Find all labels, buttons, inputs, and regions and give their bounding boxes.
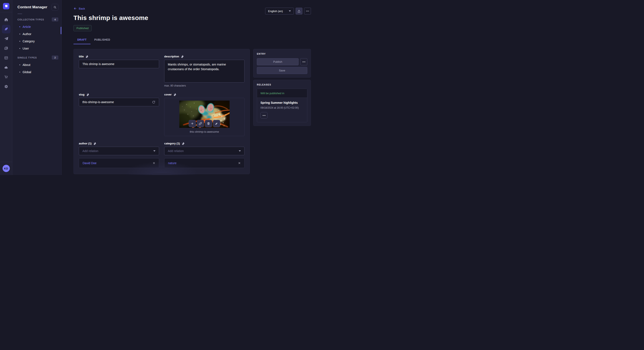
- download-button[interactable]: [296, 8, 302, 14]
- relation-link[interactable]: David Doe: [83, 161, 96, 165]
- more-dots-icon: [302, 61, 306, 62]
- status-badge: Published: [74, 25, 92, 31]
- nav-home-icon[interactable]: [2, 15, 10, 24]
- pencil-icon: [215, 122, 218, 125]
- section-collection-types: COLLECTION TYPES 4 Article Author Catego…: [12, 17, 61, 52]
- user-avatar[interactable]: KD: [2, 165, 10, 172]
- count-badge: 4: [52, 17, 58, 21]
- slug-value: this-shrimp-is-awesome: [82, 100, 114, 104]
- nav-settings-gear-icon[interactable]: [2, 82, 10, 91]
- remove-relation-button[interactable]: [153, 162, 155, 164]
- locale-select[interactable]: English (en): [265, 8, 294, 14]
- main-content: Back This shrimp is awesome Published En…: [62, 0, 322, 175]
- sidebar-item-global[interactable]: Global: [18, 68, 58, 76]
- sidebar-item-article[interactable]: Article: [18, 23, 58, 30]
- sidebar-item-about[interactable]: About: [18, 61, 58, 68]
- sidebar-item-label: Global: [22, 70, 31, 74]
- entry-more-button[interactable]: [300, 58, 307, 65]
- header-more-button[interactable]: [304, 8, 311, 14]
- section-single-types: SINGLE TYPES 2 About Global: [12, 55, 61, 76]
- category-relation-item: nature: [164, 158, 244, 168]
- cover-toolbar: [189, 120, 220, 127]
- save-button[interactable]: Save: [257, 67, 307, 74]
- chevron-down-icon: [153, 150, 156, 152]
- field-author: author (1) Add relation David Doe: [79, 142, 159, 168]
- release-more-button[interactable]: [260, 112, 268, 119]
- description-helper: max. 80 characters: [164, 84, 244, 87]
- bullet-icon: [20, 26, 20, 27]
- nav-media-library-icon[interactable]: [2, 44, 10, 52]
- globe-i18n-icon: [86, 93, 89, 96]
- cover-asset-box: this-shrimp-is-awesome: [164, 98, 244, 136]
- field-title: title This shrimp is awesome: [79, 55, 159, 68]
- header-controls: English (en): [265, 8, 311, 14]
- copy-link-button[interactable]: [197, 120, 204, 127]
- sidebar-item-category[interactable]: Category: [18, 38, 58, 45]
- entry-card: ENTRY Publish Save: [253, 49, 311, 78]
- add-asset-button[interactable]: [189, 120, 196, 127]
- bullet-icon: [20, 48, 20, 49]
- scroll-pill-button[interactable]: [152, 173, 172, 175]
- back-label: Back: [79, 7, 85, 10]
- field-cover: cover: [164, 93, 244, 136]
- nav-send-plane-icon[interactable]: [2, 34, 10, 43]
- field-category: category (1) Add relation nature: [164, 142, 244, 168]
- field-category-label: category (1): [164, 142, 180, 145]
- count-badge: 2: [52, 55, 58, 59]
- version-tabs: DRAFT PUBLISHED: [74, 35, 311, 44]
- strapi-logo-icon: [4, 4, 8, 8]
- rail-icons: [2, 15, 10, 91]
- chevron-down-icon: [289, 10, 291, 12]
- releases-card-title: RELEASES: [257, 83, 307, 86]
- bullet-icon: [20, 64, 20, 65]
- description-textarea[interactable]: Mantis shrimps, or stomatopods, are mari…: [164, 60, 244, 82]
- title-input[interactable]: This shrimp is awesome: [79, 60, 159, 68]
- author-relation-select[interactable]: Add relation: [79, 147, 159, 155]
- sidebar-item-label: User: [22, 47, 29, 50]
- slug-input[interactable]: this-shrimp-is-awesome: [79, 98, 159, 106]
- close-icon: [238, 162, 241, 164]
- tab-published[interactable]: PUBLISHED: [90, 35, 114, 44]
- search-button[interactable]: [52, 4, 58, 11]
- search-icon: [53, 5, 57, 9]
- relation-link[interactable]: nature: [168, 161, 176, 165]
- locale-label: English (en): [268, 9, 283, 13]
- field-author-label: author (1): [79, 142, 92, 145]
- sidebar-item-label: Article: [22, 25, 31, 28]
- section-label: SINGLE TYPES: [18, 56, 37, 59]
- remove-relation-button[interactable]: [238, 162, 241, 164]
- strapi-logo[interactable]: [3, 3, 9, 9]
- section-label: COLLECTION TYPES: [18, 18, 44, 21]
- globe-i18n-icon: [85, 55, 88, 58]
- category-relation-select[interactable]: Add relation: [164, 147, 244, 155]
- back-link[interactable]: Back: [74, 7, 85, 10]
- globe-i18n-icon: [173, 93, 176, 96]
- release-item: Will be published in Spring Summer highl…: [257, 89, 307, 122]
- entry-card-title: ENTRY: [257, 52, 307, 55]
- regenerate-icon: [152, 100, 156, 104]
- nav-content-manager-feather-icon[interactable]: [2, 25, 10, 33]
- publish-button[interactable]: Publish: [257, 58, 298, 65]
- download-icon: [297, 9, 301, 13]
- nav-layout-icon[interactable]: [2, 54, 10, 62]
- delete-asset-button[interactable]: [205, 120, 212, 127]
- app-window: KD Content Manager COLLECTION TYPES 4 Ar…: [0, 0, 322, 175]
- description-value: Mantis shrimps, or stomatopods, are mari…: [168, 62, 241, 71]
- field-slug-label: slug: [79, 93, 84, 96]
- edit-asset-button[interactable]: [213, 120, 220, 127]
- trash-icon: [207, 122, 210, 125]
- regenerate-slug-button[interactable]: [152, 100, 156, 104]
- globe-i18n-icon: [93, 142, 96, 145]
- nav-cloud-icon[interactable]: [2, 63, 10, 72]
- nav-marketplace-cart-icon[interactable]: [2, 73, 10, 81]
- sidebar-item-user[interactable]: User: [18, 45, 58, 52]
- field-cover-label: cover: [164, 93, 172, 96]
- close-icon: [153, 162, 155, 164]
- sidebar-item-label: Category: [22, 39, 35, 43]
- sidebar-item-author[interactable]: Author: [18, 30, 58, 38]
- title-value: This shrimp is awesome: [82, 62, 114, 66]
- tab-draft[interactable]: DRAFT: [74, 35, 90, 44]
- releases-card: RELEASES Will be published in Spring Sum…: [253, 80, 311, 126]
- main-nav-rail: KD: [0, 0, 12, 175]
- link-icon: [199, 122, 202, 125]
